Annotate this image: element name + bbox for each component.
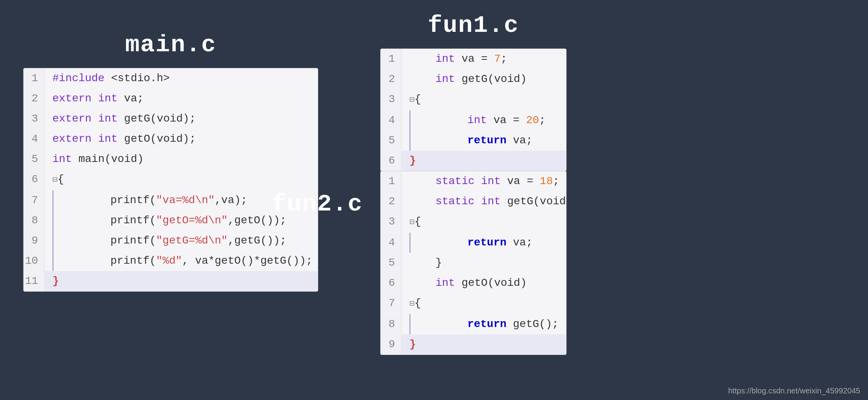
table-row: 1 #include <stdio.h> [24, 68, 318, 89]
table-row: 10 printf("%d", va*getO()*getG()); [24, 251, 318, 271]
fun1-c-section: fun1.c 1 int va = 7; 2 int getG(void) 3 … [380, 12, 567, 171]
line-content: ⊟{ [45, 169, 318, 190]
line-content: return va; [402, 130, 566, 151]
line-number: 11 [24, 271, 45, 291]
line-content: #include <stdio.h> [45, 68, 318, 89]
line-content: int getG(void) [402, 69, 566, 89]
line-number: 9 [381, 334, 402, 355]
line-content: } [402, 253, 566, 273]
table-row: 6 } [381, 151, 566, 171]
line-number: 4 [381, 110, 402, 130]
line-number: 2 [381, 69, 402, 89]
table-row: 9 } [381, 334, 566, 355]
line-content: int va = 20; [402, 110, 566, 130]
table-row: 5 int main(void) [24, 149, 318, 169]
table-row: 3 ⊟{ [381, 212, 566, 233]
line-number: 3 [381, 212, 402, 232]
fun2-c-section: 1 static int va = 18; 2 static int getG(… [380, 171, 567, 355]
table-row: 2 int getG(void) [381, 69, 566, 89]
line-number: 6 [381, 151, 402, 171]
table-row: 3 extern int getG(void); [24, 109, 318, 129]
line-content: } [45, 271, 318, 291]
line-content: ⊟{ [402, 293, 566, 314]
table-row: 1 static int va = 18; [381, 171, 566, 191]
line-content: static int va = 18; [402, 171, 566, 191]
line-content: } [402, 334, 566, 355]
line-content: extern int getO(void); [45, 129, 318, 149]
line-number: 10 [24, 251, 45, 271]
table-row: 6 int getO(void) [381, 273, 566, 293]
line-number: 4 [381, 233, 402, 253]
line-number: 6 [381, 273, 402, 293]
line-number: 1 [381, 49, 402, 69]
table-row: 4 int va = 20; [381, 110, 566, 130]
line-content: int main(void) [45, 149, 318, 169]
table-row: 2 extern int va; [24, 89, 318, 109]
line-number: 7 [381, 293, 402, 313]
line-content: static int getG(void) [402, 191, 567, 212]
line-number: 1 [381, 171, 402, 191]
table-row: 11 } [24, 271, 318, 291]
line-number: 3 [24, 109, 45, 129]
line-number: 4 [24, 129, 45, 149]
main-c-code: 1 #include <stdio.h> 2 extern int va; 3 … [23, 68, 318, 292]
main-c-section: main.c 1 #include <stdio.h> 2 extern int… [23, 31, 318, 292]
line-content: extern int getG(void); [45, 109, 318, 129]
table-row: 9 printf("getG=%d\n",getG()); [24, 231, 318, 251]
line-number: 5 [24, 149, 45, 169]
line-content: printf("getG=%d\n",getG()); [45, 231, 318, 251]
line-number: 5 [381, 130, 402, 151]
table-row: 8 return getG(); [381, 314, 566, 334]
table-row: 5 } [381, 253, 566, 273]
line-number: 8 [24, 210, 45, 231]
table-row: 7 ⊟{ [381, 293, 566, 314]
line-content: return getG(); [402, 314, 566, 334]
line-content: ⊟{ [402, 212, 566, 233]
line-number: 8 [381, 314, 402, 334]
table-row: 5 return va; [381, 130, 566, 151]
main-c-title: main.c [23, 31, 318, 59]
line-number: 1 [24, 68, 45, 89]
table-row: 6 ⊟{ [24, 169, 318, 190]
line-content: printf("%d", va*getO()*getG()); [45, 251, 318, 271]
line-number: 9 [24, 231, 45, 251]
line-number: 6 [24, 169, 45, 190]
line-content: return va; [402, 233, 566, 253]
line-number: 2 [24, 89, 45, 109]
table-row: 4 return va; [381, 233, 566, 253]
line-content: int va = 7; [402, 49, 566, 69]
fun1-c-code: 1 int va = 7; 2 int getG(void) 3 ⊟{ 4 in… [380, 49, 567, 171]
line-content: } [402, 151, 566, 171]
line-content: int getO(void) [402, 273, 566, 293]
fun2-c-code: 1 static int va = 18; 2 static int getG(… [380, 171, 567, 355]
line-number: 2 [381, 191, 402, 212]
line-number: 3 [381, 89, 402, 110]
fun2-c-title: fun2.c [272, 190, 363, 218]
line-content: ⊟{ [402, 89, 566, 110]
page-container: main.c 1 #include <stdio.h> 2 extern int… [0, 0, 868, 400]
fun1-c-title: fun1.c [380, 12, 567, 39]
line-number: 5 [381, 253, 402, 273]
table-row: 3 ⊟{ [381, 89, 566, 110]
watermark: https://blog.csdn.net/weixin_45992045 [728, 386, 860, 395]
table-row: 4 extern int getO(void); [24, 129, 318, 149]
line-content: extern int va; [45, 89, 318, 109]
line-number: 7 [24, 190, 45, 210]
table-row: 1 int va = 7; [381, 49, 566, 69]
table-row: 2 static int getG(void) [381, 191, 566, 212]
